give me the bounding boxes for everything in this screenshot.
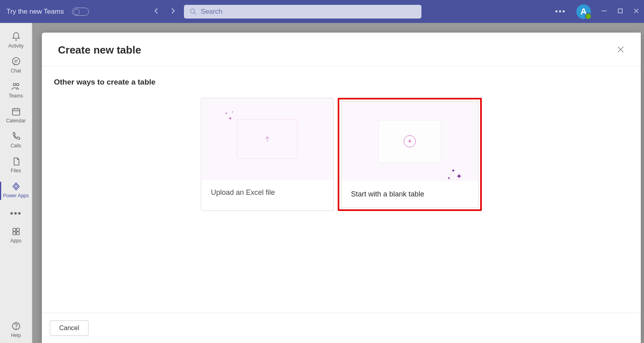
nav-back-button[interactable] [153,8,160,16]
rail-calendar[interactable]: Calendar [0,103,32,128]
plus-icon: + [404,135,416,147]
blank-table-card-highlight: + ✦ ✦ ✦ Start with a blank table [338,98,482,211]
svg-rect-11 [12,109,20,115]
blank-preview: + ✦ ✦ ✦ [341,101,478,181]
app-rail: Activity Chat Teams Calendar Calls [0,23,32,343]
rail-files[interactable]: Files [0,153,32,178]
search-placeholder: Search [201,8,223,16]
svg-line-1 [194,12,196,14]
main-area: Create new table Other ways to create a … [32,23,644,343]
chat-icon [11,57,21,66]
help-icon [11,321,21,331]
rail-activity[interactable]: Activity [0,29,32,54]
svg-point-6 [12,58,20,65]
svg-rect-17 [13,232,16,235]
try-new-teams-toggle[interactable] [72,8,89,16]
file-icon [11,157,21,166]
svg-point-0 [190,9,195,13]
power-apps-icon [11,182,21,191]
rail-help[interactable]: Help [0,318,32,343]
svg-rect-3 [618,9,622,13]
upload-icon [237,119,297,159]
more-options-button[interactable]: ••• [555,7,566,16]
svg-rect-15 [13,228,16,231]
blank-card-label: Start with a blank table [341,181,478,207]
search-input[interactable]: Search [184,5,421,19]
modal-close-button[interactable] [617,45,625,55]
phone-icon [11,132,21,141]
upload-preview: ✦ ✦ ✦ [201,98,333,180]
blank-table-card[interactable]: + ✦ ✦ ✦ Start with a blank table [341,101,479,208]
nav-forward-button[interactable] [169,8,176,16]
rail-teams[interactable]: Teams [0,79,32,103]
svg-rect-18 [17,232,19,235]
modal-title: Create new table [58,44,617,56]
sparkle-icon: ✦ [231,110,234,114]
svg-point-9 [13,83,16,86]
modal-subtitle: Other ways to create a table [54,78,629,87]
rail-power-apps[interactable]: Power Apps [0,178,32,203]
calendar-icon [11,107,21,116]
window-maximize-button[interactable] [617,8,623,15]
upload-card-label: Upload an Excel file [201,180,333,206]
svg-rect-16 [17,228,19,231]
bell-icon [11,32,21,41]
cancel-button[interactable]: Cancel [50,320,89,336]
apps-icon [11,227,21,236]
avatar[interactable]: A [576,4,591,19]
close-icon [617,45,625,54]
rail-more-button[interactable]: ••• [10,203,22,223]
search-icon [190,8,197,15]
create-table-modal: Create new table Other ways to create a … [42,33,641,343]
rail-chat[interactable]: Chat [0,54,32,79]
svg-point-20 [16,328,16,329]
window-close-button[interactable] [634,8,639,15]
title-bar: Try the new Teams Search ••• A [0,0,644,23]
svg-point-10 [17,83,19,86]
sparkle-icon: ✦ [225,111,228,116]
try-new-teams-label: Try the new Teams [6,8,64,16]
blank-tile-icon: + ✦ ✦ ✦ [378,120,441,163]
rail-calls[interactable]: Calls [0,128,32,153]
window-minimize-button[interactable] [601,8,607,15]
sparkle-icon: ✦ [228,115,233,122]
teams-icon [11,82,21,91]
upload-excel-card[interactable]: ✦ ✦ ✦ Upload an Excel file [201,98,334,211]
rail-apps[interactable]: Apps [0,223,32,248]
